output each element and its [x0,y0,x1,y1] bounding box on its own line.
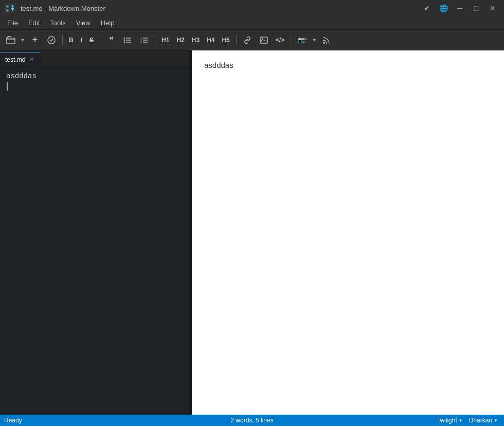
status-bar: Ready 2 words, 5 lines twilight ▼ Dharka… [0,415,504,426]
h2-button[interactable]: H2 [173,33,187,47]
menu-bar: File Edit Tools View Help [0,16,504,30]
font-label: Dharkan [469,417,492,424]
tab-close-button[interactable]: ✕ [28,56,35,63]
theme-dropdown[interactable]: twilight ▼ [436,417,465,424]
svg-rect-5 [7,38,15,44]
menu-edit[interactable]: Edit [23,16,45,29]
status-word-count: 2 words, 5 lines [169,417,334,424]
link-button[interactable] [240,33,255,47]
globe-button[interactable]: 🌐 [436,3,451,14]
app-logo: M M [4,2,16,14]
tab-label: test.md [5,56,25,63]
ready-text: Ready [4,417,22,424]
editor-area[interactable]: asdddas [0,67,189,415]
word-count-text: 2 words, 5 lines [230,417,273,424]
title-controls: ✔ 🌐 ─ □ ✕ [420,3,500,14]
code-button[interactable]: </> [273,33,287,47]
camera-button[interactable]: 📷 [294,33,310,47]
menu-help[interactable]: Help [96,16,120,29]
open-dropdown-button[interactable]: ▼ [19,33,26,47]
new-file-button[interactable]: + [27,33,43,47]
rss-button[interactable] [319,33,334,47]
blockquote-button[interactable]: ❝ [103,33,119,47]
open-file-button[interactable] [3,33,19,47]
svg-rect-19 [260,37,267,43]
title-appname: Markdown Monster [48,5,105,12]
menu-tools[interactable]: Tools [45,16,70,29]
theme-dropdown-arrow: ▼ [459,418,463,423]
main-content: test.md ✕ asdddas asdddas [0,50,504,415]
unordered-list-button[interactable] [120,33,135,47]
menu-view[interactable]: View [71,16,96,29]
editor-content: asdddas [6,72,183,80]
h4-button[interactable]: H4 [204,33,218,47]
title-text: test.md - Markdown Monster [21,5,416,12]
status-right: twilight ▼ Dharkan ▼ [335,417,500,424]
svg-point-7 [124,37,125,39]
minimize-button[interactable]: ─ [453,3,467,14]
italic-button[interactable]: I [78,33,85,47]
h3-button[interactable]: H3 [189,33,203,47]
separator-3 [155,35,155,45]
separator-5 [291,35,291,45]
editor-line-2 [6,82,183,91]
tab-test-md[interactable]: test.md ✕ [0,52,41,66]
tabs-bar: test.md ✕ [0,50,189,67]
separator-4 [236,35,237,45]
strikethrough-button[interactable]: S [86,33,97,47]
status-ready: Ready [4,417,169,424]
check-button[interactable]: ✔ [420,3,434,14]
svg-point-11 [124,41,125,43]
svg-point-21 [323,42,325,44]
title-filename: test.md [21,5,43,12]
separator-2 [100,35,100,45]
maximize-button[interactable]: □ [469,3,483,14]
h5-button[interactable]: H5 [219,33,232,47]
save-file-button[interactable] [44,33,59,47]
ordered-list-button[interactable]: 1.2.3. [136,33,152,47]
toolbar: ▼ + B I S ❝ 1.2.3. H1 H2 H3 H4 H5 </> 📷 … [0,30,504,50]
camera-dropdown-button[interactable]: ▼ [311,33,318,47]
preview-text: asdddas [204,61,492,69]
menu-file[interactable]: File [2,16,23,29]
font-dropdown-arrow: ▼ [494,418,498,423]
bold-button[interactable]: B [66,33,77,47]
svg-text:3.: 3. [140,41,142,44]
preview-panel: asdddas [192,50,504,415]
h1-button[interactable]: H1 [158,33,172,47]
separator-1 [62,35,63,45]
font-dropdown[interactable]: Dharkan ▼ [467,417,500,424]
editor-panel: test.md ✕ asdddas [0,50,189,415]
svg-point-9 [124,39,125,41]
svg-text:M: M [6,8,9,13]
preview-content: asdddas [204,61,492,69]
title-separator: - [44,5,48,12]
close-button[interactable]: ✕ [485,3,500,14]
title-bar: M M test.md - Markdown Monster ✔ 🌐 ─ □ ✕ [0,0,504,16]
theme-label: twilight [438,417,457,424]
image-button[interactable] [256,33,272,47]
open-file-group: ▼ [3,33,26,47]
text-cursor [7,82,8,91]
